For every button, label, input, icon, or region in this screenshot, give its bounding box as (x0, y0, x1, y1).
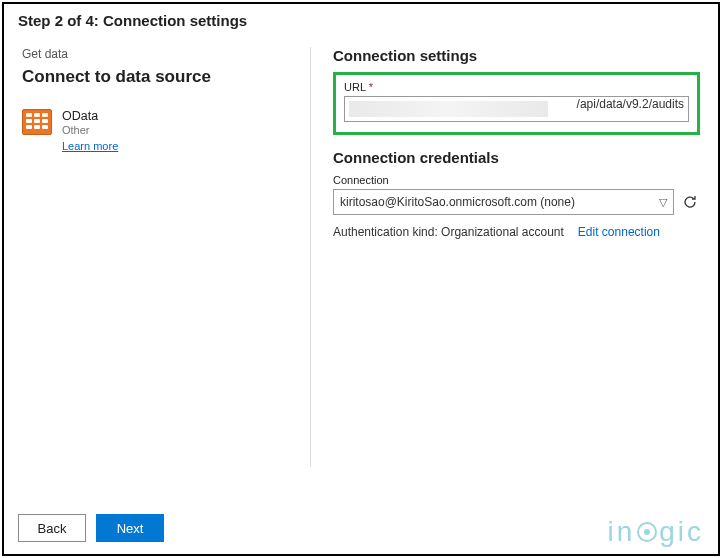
learn-more-link[interactable]: Learn more (62, 140, 118, 152)
source-category: Other (62, 124, 118, 136)
url-label: URL * (344, 81, 689, 93)
connection-value: kiritosao@KiritoSao.onmicrosoft.com (non… (340, 195, 575, 209)
page-title: Connect to data source (22, 67, 300, 87)
url-highlight-box: URL * /api/data/v9.2/audits (333, 72, 700, 135)
url-visible-value: /api/data/v9.2/audits (577, 97, 684, 111)
url-masked-segment (349, 101, 548, 117)
source-name: OData (62, 109, 118, 123)
chevron-down-icon: ▽ (659, 196, 667, 209)
odata-icon (22, 109, 52, 135)
connection-credentials-heading: Connection credentials (333, 149, 700, 166)
edit-connection-link[interactable]: Edit connection (578, 225, 660, 239)
refresh-icon[interactable] (680, 192, 700, 212)
step-title: Step 2 of 4: Connection settings (4, 4, 718, 33)
inogic-watermark: ingic (607, 516, 704, 548)
auth-kind: Authentication kind: Organizational acco… (333, 225, 564, 239)
url-input[interactable]: /api/data/v9.2/audits (344, 96, 689, 122)
connection-select[interactable]: kiritosao@KiritoSao.onmicrosoft.com (non… (333, 189, 674, 215)
data-source-row: OData Other Learn more (22, 109, 300, 154)
next-button[interactable]: Next (96, 514, 164, 542)
connection-settings-heading: Connection settings (333, 47, 700, 64)
back-button[interactable]: Back (18, 514, 86, 542)
get-data-label: Get data (22, 47, 300, 61)
connection-label: Connection (333, 174, 700, 186)
